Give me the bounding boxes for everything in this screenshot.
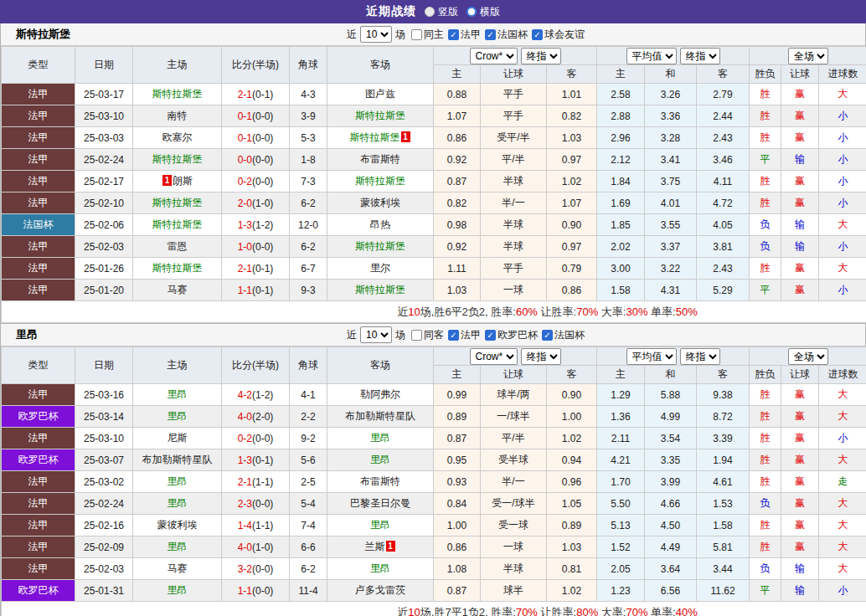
column-header: 类型 xyxy=(2,347,75,384)
recent-count-select[interactable]: 10 xyxy=(360,326,392,343)
home-team[interactable]: 斯特拉斯堡 xyxy=(133,214,222,236)
league-filter[interactable]: ✓球会友谊 xyxy=(532,28,585,42)
same-venue-filter[interactable]: 同客 xyxy=(411,328,444,342)
halftime-score: (1-2) xyxy=(252,389,273,401)
match-date: 25-03-02 xyxy=(75,471,133,493)
scope-select[interactable]: 全场 xyxy=(788,348,828,365)
avg-away-odds: 4.05 xyxy=(697,214,750,236)
halftime-score: (0-0) xyxy=(252,110,273,122)
away-team[interactable]: 里昂 xyxy=(327,428,434,449)
fulltime-score: 2-1 xyxy=(238,476,252,488)
away-team[interactable]: 斯特拉斯堡1 xyxy=(327,127,434,149)
league-filter[interactable]: ✓法国杯 xyxy=(485,28,528,42)
league-filter[interactable]: ✓欧罗巴杯 xyxy=(485,328,538,342)
home-team[interactable]: 斯特拉斯堡 xyxy=(133,149,222,171)
league-filter[interactable]: ✓法甲 xyxy=(448,28,481,42)
away-team[interactable]: 斯特拉斯堡 xyxy=(327,171,434,192)
checkbox-checked-icon[interactable]: ✓ xyxy=(485,29,496,40)
home-team[interactable]: 里昂 xyxy=(133,384,222,406)
match-score: 4-0(1-0) xyxy=(222,536,290,558)
corner-score: 9-2 xyxy=(290,428,327,449)
checkbox-checked-icon[interactable]: ✓ xyxy=(448,29,459,40)
match-result: 负 xyxy=(750,214,781,236)
avg-type-select[interactable]: 平均值 xyxy=(626,48,677,64)
checkbox-checked-icon[interactable]: ✓ xyxy=(485,330,496,341)
away-team[interactable]: 里昂 xyxy=(327,449,434,471)
handicap-line: 平/半 xyxy=(481,149,547,171)
home-team[interactable]: 斯特拉斯堡 xyxy=(133,192,222,214)
away-team-name: 斯特拉斯堡 xyxy=(350,131,400,143)
league-filter-label: 球会友谊 xyxy=(544,28,585,42)
checkbox-checked-icon[interactable]: ✓ xyxy=(542,330,553,341)
league-filter[interactable]: ✓法国杯 xyxy=(542,328,585,342)
home-team[interactable]: 马赛 xyxy=(133,558,222,580)
away-team[interactable]: 卢多戈雷茨 xyxy=(327,580,434,602)
column-header: 日期 xyxy=(75,347,133,384)
away-team[interactable]: 图卢兹 xyxy=(327,84,434,105)
handicap-line: 球半/两 xyxy=(481,384,547,406)
avg-draw-odds: 5.88 xyxy=(645,384,697,406)
scope-select[interactable]: 全场 xyxy=(788,48,828,64)
home-team[interactable]: 斯特拉斯堡 xyxy=(133,84,222,105)
radio-selected-icon[interactable] xyxy=(425,7,435,17)
avg-period-select[interactable]: 终指 xyxy=(680,348,720,365)
odds-period-select[interactable]: 终指 xyxy=(521,48,561,64)
odds-company-select[interactable]: Crow* xyxy=(470,48,518,64)
away-team[interactable]: 蒙彼利埃 xyxy=(327,192,434,214)
red-card-badge: 1 xyxy=(162,175,172,186)
home-team[interactable]: 里昂 xyxy=(133,536,222,558)
checkbox-checked-icon[interactable]: ✓ xyxy=(448,330,459,341)
home-team[interactable]: 布加勒斯特星队 xyxy=(133,449,222,471)
goals-result: 小 xyxy=(819,171,866,192)
away-team[interactable]: 里昂 xyxy=(327,558,434,580)
avg-type-select[interactable]: 平均值 xyxy=(626,348,677,365)
match-score: 2-1(1-1) xyxy=(222,471,290,493)
column-header: 比分(半场) xyxy=(222,47,290,84)
home-team[interactable]: 欧塞尔 xyxy=(133,127,222,149)
fulltime-score: 3-2 xyxy=(238,563,252,575)
away-team[interactable]: 布加勒斯特星队 xyxy=(327,406,434,428)
handicap-result: 赢 xyxy=(781,280,819,301)
odds-company-select[interactable]: Crow* xyxy=(470,348,518,365)
recent-count-select[interactable]: 10 xyxy=(360,26,392,43)
home-team[interactable]: 马赛 xyxy=(133,280,222,301)
home-team[interactable]: 尼斯 xyxy=(133,428,222,449)
home-team[interactable]: 雷恩 xyxy=(133,236,222,258)
home-team[interactable]: 里昂 xyxy=(133,493,222,515)
view-option-vertical[interactable]: 竖版 xyxy=(425,5,458,19)
avg-period-select[interactable]: 终指 xyxy=(680,48,720,64)
same-venue-filter[interactable]: 同主 xyxy=(411,28,444,42)
away-team[interactable]: 巴黎圣日尔曼 xyxy=(327,493,434,515)
column-header: 客场 xyxy=(327,347,434,384)
away-team[interactable]: 布雷斯特 xyxy=(327,471,434,493)
home-team[interactable]: 蒙彼利埃 xyxy=(133,515,222,536)
away-team[interactable]: 勒阿弗尔 xyxy=(327,384,434,406)
view-option-horizontal[interactable]: 横版 xyxy=(467,5,500,19)
away-team[interactable]: 布雷斯特 xyxy=(327,149,434,171)
checkbox-unchecked-icon[interactable] xyxy=(411,330,422,341)
summary-text: 40% xyxy=(676,606,698,616)
league-filter[interactable]: ✓法甲 xyxy=(448,328,481,342)
radio-unselected-icon[interactable] xyxy=(467,7,477,17)
away-team[interactable]: 里昂 xyxy=(327,515,434,536)
checkbox-unchecked-icon[interactable] xyxy=(411,29,422,40)
fulltime-score: 1-1 xyxy=(238,585,252,597)
away-team-name: 蒙彼利埃 xyxy=(360,197,400,208)
halftime-score: (1-0) xyxy=(252,198,273,209)
home-team[interactable]: 里昂 xyxy=(133,580,222,602)
away-team[interactable]: 斯特拉斯堡 xyxy=(327,280,434,301)
away-team[interactable]: 里尔 xyxy=(327,258,434,280)
home-team[interactable]: 南特 xyxy=(133,105,222,127)
odds-period-select[interactable]: 终指 xyxy=(521,348,561,365)
home-team[interactable]: 里昂 xyxy=(133,471,222,493)
away-team[interactable]: 兰斯1 xyxy=(327,536,434,558)
away-team[interactable]: 斯特拉斯堡 xyxy=(327,236,434,258)
home-team[interactable]: 斯特拉斯堡 xyxy=(133,258,222,280)
away-team[interactable]: 昂热 xyxy=(327,214,434,236)
home-odds: 0.82 xyxy=(434,192,481,214)
home-team[interactable]: 1朗斯 xyxy=(133,171,222,192)
away-team[interactable]: 斯特拉斯堡 xyxy=(327,105,434,127)
home-team[interactable]: 里昂 xyxy=(133,406,222,428)
checkbox-checked-icon[interactable]: ✓ xyxy=(532,29,543,40)
away-team-name: 里尔 xyxy=(370,262,390,274)
